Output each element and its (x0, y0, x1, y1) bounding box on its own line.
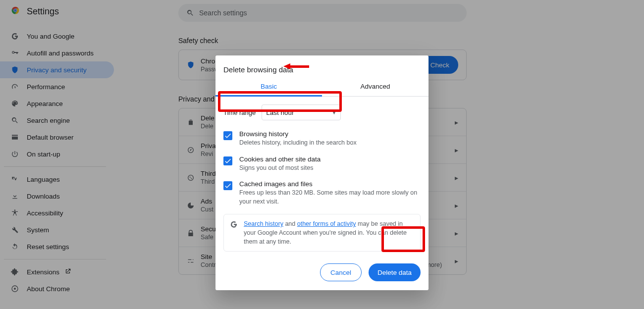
google-g-icon (230, 220, 238, 246)
checkbox-checked-icon[interactable] (223, 181, 232, 190)
delete-browsing-data-dialog: Delete browsing data Basic Advanced Time… (215, 55, 429, 290)
checkbox-checked-icon[interactable] (223, 156, 232, 165)
chevron-down-icon: ▼ (331, 110, 336, 115)
time-range-value: Last hour (266, 109, 294, 116)
option-browsing-history[interactable]: Browsing historyDeletes history, includi… (223, 127, 421, 153)
tab-advanced[interactable]: Advanced (322, 78, 429, 96)
dialog-title: Delete browsing data (215, 55, 429, 78)
google-account-info: Search history and other forms of activi… (223, 214, 421, 252)
dialog-tabs: Basic Advanced (215, 78, 429, 97)
option-cached[interactable]: Cached images and filesFrees up less tha… (223, 177, 421, 211)
other-activity-link[interactable]: other forms of activity (297, 220, 356, 227)
tab-basic[interactable]: Basic (215, 78, 322, 97)
time-range-label: Time range (223, 109, 256, 116)
search-history-link[interactable]: Search history (244, 220, 283, 227)
delete-data-button[interactable]: Delete data (369, 263, 421, 281)
checkbox-checked-icon[interactable] (223, 131, 232, 140)
cancel-button[interactable]: Cancel (320, 263, 362, 281)
option-cookies[interactable]: Cookies and other site dataSigns you out… (223, 153, 421, 178)
time-range-select[interactable]: Last hour ▼ (262, 104, 341, 120)
